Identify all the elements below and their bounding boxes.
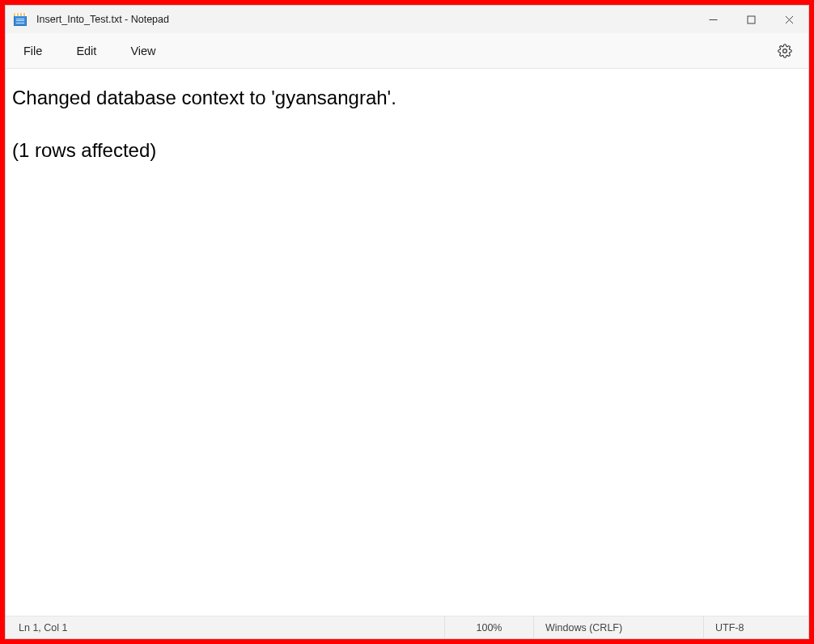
settings-button[interactable] xyxy=(771,37,799,65)
statusbar: Ln 1, Col 1 100% Windows (CRLF) UTF-8 xyxy=(6,616,808,638)
svg-rect-1 xyxy=(748,16,755,23)
text-area[interactable]: Changed database context to 'gyansangrah… xyxy=(6,69,808,616)
menu-edit[interactable]: Edit xyxy=(65,40,108,62)
menu-file[interactable]: File xyxy=(12,40,53,62)
status-zoom[interactable]: 100% xyxy=(444,616,533,638)
window-title: Insert_Into_Test.txt - Notepad xyxy=(36,14,694,25)
status-encoding: UTF-8 xyxy=(703,616,808,638)
minimize-button[interactable] xyxy=(694,6,732,33)
notepad-window: Insert_Into_Test.txt - Notepad File Edit… xyxy=(5,5,809,639)
document-text[interactable]: Changed database context to 'gyansangrah… xyxy=(12,85,802,163)
maximize-icon xyxy=(747,15,756,24)
notepad-icon xyxy=(14,13,27,26)
close-icon xyxy=(785,15,794,24)
close-button[interactable] xyxy=(770,6,808,33)
titlebar[interactable]: Insert_Into_Test.txt - Notepad xyxy=(6,6,808,33)
menu-view[interactable]: View xyxy=(119,40,167,62)
menubar: File Edit View xyxy=(6,33,808,69)
gear-icon xyxy=(778,44,792,58)
window-controls xyxy=(694,6,808,33)
svg-point-4 xyxy=(783,49,787,53)
minimize-icon xyxy=(709,15,718,24)
maximize-button[interactable] xyxy=(732,6,770,33)
status-cursor-position: Ln 1, Col 1 xyxy=(6,616,444,638)
status-line-ending: Windows (CRLF) xyxy=(533,616,703,638)
